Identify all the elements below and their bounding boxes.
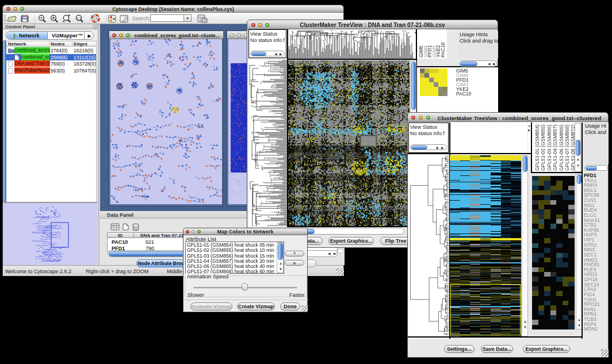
svg-text:1:1: 1:1 <box>77 17 82 20</box>
